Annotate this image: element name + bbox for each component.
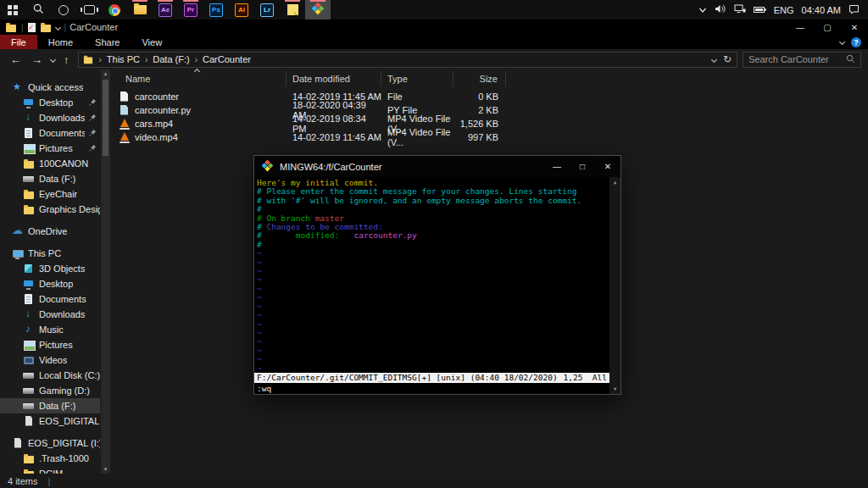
- sidebar-item-downloads[interactable]: Downloads: [0, 110, 100, 125]
- sidebar-item-local-disk-c[interactable]: Local Disk (C:): [0, 368, 100, 383]
- forward-button[interactable]: →: [26, 54, 47, 65]
- file-row-carcounter-py[interactable]: carcounter.py18-02-2020 04:39 AMPY File2…: [110, 103, 868, 117]
- terminal-close-button[interactable]: ✕: [595, 156, 620, 177]
- tray-clock[interactable]: 04:40 AM: [802, 5, 841, 15]
- vim-command-line[interactable]: :wq: [257, 383, 271, 394]
- search-icon[interactable]: [846, 54, 855, 65]
- column-header-size[interactable]: Size: [453, 71, 506, 86]
- sidebar-item-dcim[interactable]: DCIM: [0, 466, 100, 474]
- taskbar-cortana-button[interactable]: [51, 0, 76, 19]
- sidebar-item-documents[interactable]: Documents: [0, 291, 100, 307]
- address-dropdown-chevron-icon[interactable]: [712, 58, 716, 62]
- search-input[interactable]: Search CarCounter: [743, 52, 861, 68]
- file-row-carcounter[interactable]: carcounter14-02-2019 11:45 AMFile0 KB: [110, 90, 868, 103]
- column-header-name[interactable]: Name: [110, 71, 287, 86]
- sidebar-item-label: Gaming (D:): [39, 385, 90, 396]
- onedrive-icon: [12, 226, 24, 237]
- taskbar-start-button[interactable]: [0, 0, 25, 19]
- terminal-minimize-button[interactable]: —: [544, 156, 570, 177]
- sidebar-item-eyechair[interactable]: EyeChair: [0, 186, 100, 202]
- scroll-up-icon[interactable]: ▲: [101, 69, 110, 78]
- taskbar-premiere-pro-button[interactable]: Pr: [178, 0, 203, 19]
- vim-tilde-line: ~: [257, 311, 608, 319]
- terminal-scroll-down-icon[interactable]: ▼: [609, 384, 620, 394]
- explorer-titlebar[interactable]: | | CarCounter — ▢ ✕: [0, 19, 868, 35]
- sidebar-item-label: Data (F:): [39, 174, 75, 184]
- action-center-icon[interactable]: [849, 4, 860, 16]
- sidebar-item-gaming-d[interactable]: Gaming (D:): [0, 383, 100, 398]
- volume-icon[interactable]: [715, 4, 726, 15]
- sidebar-section-eos-digital-i[interactable]: EOS_DIGITAL (I:): [0, 435, 100, 451]
- sidebar-item-100canon[interactable]: 100CANON: [0, 156, 100, 171]
- address-bar[interactable]: › This PC › Data (F:) › CarCounter ↻: [78, 52, 738, 68]
- sidebar-item-desktop[interactable]: Desktop: [0, 276, 100, 291]
- scroll-down-icon[interactable]: ▼: [101, 465, 110, 474]
- ribbon-collapse-chevron-icon[interactable]: [840, 40, 844, 44]
- terminal-scrollbar[interactable]: ▲ ▼: [609, 177, 620, 394]
- sidebar-item-music[interactable]: Music: [0, 322, 100, 337]
- battery-icon[interactable]: [754, 5, 766, 15]
- tab-home[interactable]: Home: [37, 35, 84, 49]
- tray-language[interactable]: ENG: [774, 5, 794, 15]
- back-button[interactable]: ←: [5, 54, 26, 65]
- taskbar-after-effects-button[interactable]: Ae: [153, 0, 178, 19]
- tray-overflow-chevron-icon[interactable]: [698, 5, 707, 15]
- column-header-type[interactable]: Type: [381, 71, 453, 86]
- documents-icon: [23, 294, 35, 305]
- terminal-maximize-button[interactable]: □: [570, 156, 595, 177]
- recent-locations-chevron-icon[interactable]: [47, 58, 58, 62]
- vim-statusline-position: 1,25 All: [564, 373, 607, 383]
- sidebar-item-documents[interactable]: Documents: [0, 125, 100, 141]
- maximize-button[interactable]: ▢: [814, 19, 841, 35]
- taskbar-file-explorer-button[interactable]: [127, 0, 153, 19]
- terminal-titlebar[interactable]: MINGW64:/f/CarCounter — □ ✕: [254, 156, 620, 177]
- sidebar-section-label: Quick access: [28, 82, 83, 92]
- help-icon[interactable]: ?: [851, 37, 861, 47]
- sidebar-item-pictures[interactable]: Pictures: [0, 141, 100, 156]
- scrollbar-thumb[interactable]: [103, 80, 108, 156]
- file-size: 0 KB: [453, 92, 506, 102]
- up-button[interactable]: ↑: [58, 54, 75, 65]
- file-row-cars-mp4[interactable]: cars.mp414-02-2019 08:34 PMMP4 Video Fil…: [110, 117, 868, 130]
- sidebar-item-downloads[interactable]: Downloads: [0, 307, 100, 322]
- sidebar-section-quick-access[interactable]: Quick access: [0, 80, 100, 95]
- sidebar-item-data-f[interactable]: Data (F:): [0, 171, 100, 186]
- sidebar-item-data-f[interactable]: Data (F:): [0, 398, 100, 413]
- close-button[interactable]: ✕: [841, 19, 868, 35]
- tab-view[interactable]: View: [131, 35, 173, 49]
- sidebar-item-3d-objects[interactable]: 3D Objects: [0, 261, 100, 276]
- tab-share[interactable]: Share: [84, 35, 131, 49]
- vim-tilde-line: ~: [257, 249, 608, 258]
- properties-button-icon[interactable]: [28, 23, 36, 32]
- sidebar-section-onedrive[interactable]: OneDrive: [0, 224, 100, 239]
- taskbar-search-button[interactable]: [25, 0, 51, 19]
- sidebar-item-desktop[interactable]: Desktop: [0, 95, 100, 110]
- sidebar-item-videos[interactable]: Videos: [0, 352, 100, 368]
- taskbar-illustrator-button[interactable]: Ai: [229, 0, 254, 19]
- sidebar-item-eos-digital-i[interactable]: EOS_DIGITAL (I:): [0, 413, 100, 429]
- taskbar-git-bash-button[interactable]: [305, 0, 331, 19]
- taskbar-sticky-notes-button[interactable]: [280, 0, 305, 19]
- sidebar-item-trash-1000[interactable]: .Trash-1000: [0, 451, 100, 466]
- sidebar-item-graphics-designing[interactable]: Graphics Designing: [0, 202, 100, 217]
- sidebar-item-pictures[interactable]: Pictures: [0, 337, 100, 352]
- taskbar-photoshop-button[interactable]: Ps: [203, 0, 229, 19]
- minimize-button[interactable]: —: [787, 19, 814, 35]
- file-row-video-mp4[interactable]: video.mp414-02-2019 11:45 AMMP4 Video Fi…: [110, 130, 868, 144]
- breadcrumb-carcounter[interactable]: CarCounter: [203, 54, 251, 64]
- breadcrumb-this-pc[interactable]: This PC: [107, 54, 140, 64]
- sidebar-section-this-pc[interactable]: This PC: [0, 246, 100, 261]
- breadcrumb-data-f[interactable]: Data (F:): [153, 54, 189, 64]
- terminal-body[interactable]: Here's my initial commit.# Please enter …: [254, 177, 620, 394]
- refresh-icon[interactable]: ↻: [723, 53, 732, 65]
- column-header-date-modified[interactable]: Date modified: [287, 71, 381, 86]
- tab-file[interactable]: File: [0, 35, 37, 49]
- new-folder-button-icon[interactable]: [40, 22, 52, 33]
- sidebar-scrollbar[interactable]: ▲ ▼: [101, 69, 110, 474]
- network-icon[interactable]: [734, 4, 746, 15]
- taskbar-chrome-button[interactable]: [102, 0, 127, 19]
- qat-customize-chevron-icon[interactable]: [56, 25, 60, 30]
- terminal-scroll-up-icon[interactable]: ▲: [609, 177, 620, 187]
- taskbar-task-view-button[interactable]: [76, 0, 102, 19]
- taskbar-lightroom-button[interactable]: Lr: [254, 0, 280, 19]
